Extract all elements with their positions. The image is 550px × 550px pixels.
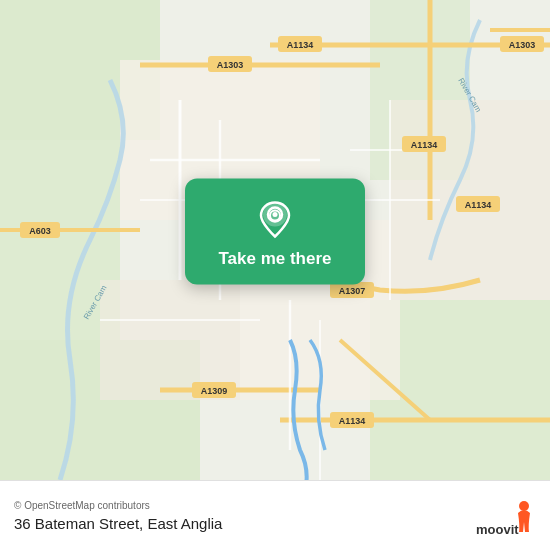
osm-attribution: © OpenStreetMap contributors bbox=[14, 500, 222, 511]
svg-text:A1303: A1303 bbox=[509, 40, 536, 50]
address-text: 36 Bateman Street, East Anglia bbox=[14, 515, 222, 532]
take-me-there-label: Take me there bbox=[218, 249, 331, 269]
bottom-bar: © OpenStreetMap contributors 36 Bateman … bbox=[0, 480, 550, 550]
svg-text:A1303: A1303 bbox=[217, 60, 244, 70]
svg-text:A1134: A1134 bbox=[411, 140, 438, 150]
moovit-logo: moovit bbox=[476, 496, 536, 536]
svg-text:moovit: moovit bbox=[476, 522, 519, 536]
svg-text:A1134: A1134 bbox=[339, 416, 366, 426]
svg-text:A603: A603 bbox=[29, 226, 51, 236]
moovit-logo-svg: moovit bbox=[476, 496, 536, 536]
svg-text:A1309: A1309 bbox=[201, 386, 228, 396]
location-pin-icon bbox=[253, 197, 297, 241]
svg-point-52 bbox=[519, 501, 529, 511]
svg-text:A1134: A1134 bbox=[287, 40, 314, 50]
svg-point-50 bbox=[273, 212, 278, 217]
map-container: A1134 A1303 A1303 A1134 A1134 A1307 A603… bbox=[0, 0, 550, 480]
take-me-there-button[interactable]: Take me there bbox=[185, 179, 365, 285]
svg-text:A1307: A1307 bbox=[339, 286, 366, 296]
address-section: © OpenStreetMap contributors 36 Bateman … bbox=[14, 500, 222, 532]
svg-text:A1134: A1134 bbox=[465, 200, 492, 210]
